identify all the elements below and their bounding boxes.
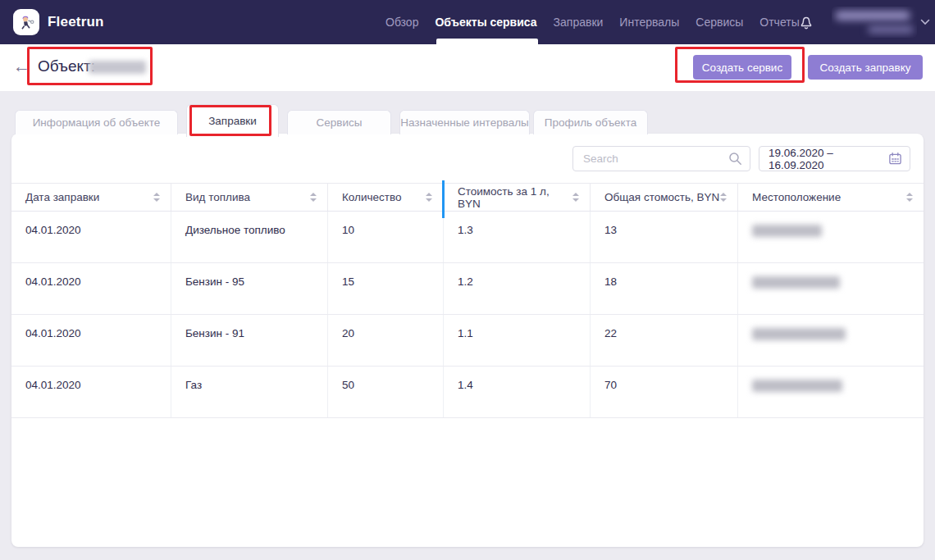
redacted-object-name — [89, 61, 146, 74]
cell-location — [738, 263, 924, 314]
sort-icon[interactable] — [572, 193, 579, 202]
object-header: ← Объект: Создать сервис Создать заправк… — [0, 44, 935, 91]
column-highlight-line — [442, 180, 445, 218]
sort-icon[interactable] — [426, 193, 432, 202]
nav-item-reports[interactable]: Отчеты — [759, 16, 799, 29]
back-arrow-icon[interactable]: ← — [13, 55, 30, 78]
nav-item-services[interactable]: Сервисы — [696, 16, 743, 29]
cell-refuel-date: 04.01.2020 — [11, 263, 171, 314]
cell-refuel-date: 04.01.2020 — [11, 367, 171, 417]
refuelings-panel: 19.06.2020 – 16.09.2020 Дата заправки Ви… — [11, 134, 924, 547]
notifications-bell-icon[interactable] — [797, 12, 815, 32]
cell-quantity: 15 — [328, 263, 444, 314]
cell-total-cost: 22 — [591, 315, 738, 366]
column-header-quantity[interactable]: Количество — [328, 184, 444, 211]
cell-fuel-type: Дизельное топливо — [171, 212, 328, 262]
refuelings-table: Дата заправки Вид топлива Количество Сто… — [11, 183, 924, 418]
cell-quantity: 20 — [328, 315, 444, 366]
sort-icon[interactable] — [310, 193, 317, 202]
redacted-user-name — [835, 11, 910, 20]
fleetrun-logo[interactable] — [13, 9, 39, 35]
cell-quantity: 10 — [328, 212, 444, 262]
sort-icon[interactable] — [720, 193, 727, 202]
tab-assigned-intervals[interactable]: Назначенные интервалы — [399, 110, 530, 134]
search-input[interactable] — [583, 153, 728, 165]
search-field[interactable] — [572, 146, 750, 171]
cell-cost-per-liter: 1.2 — [444, 263, 591, 314]
cell-refuel-date: 04.01.2020 — [11, 212, 171, 262]
date-range-value: 19.06.2020 – 16.09.2020 — [769, 147, 888, 171]
table-header-row: Дата заправки Вид топлива Количество Сто… — [11, 183, 924, 212]
nav-item-refuelings[interactable]: Заправки — [554, 16, 604, 29]
column-header-location[interactable]: Местоположение — [738, 184, 924, 211]
cell-location — [738, 212, 924, 262]
create-refueling-button[interactable]: Создать заправку — [808, 55, 923, 80]
nav-item-intervals[interactable]: Интервалы — [619, 16, 679, 29]
redacted-location — [752, 380, 842, 392]
redacted-location — [752, 225, 822, 237]
active-nav-indicator — [436, 39, 538, 44]
calendar-icon — [888, 152, 902, 166]
table-row[interactable]: 04.01.2020 Дизельное топливо 10 1.3 13 — [11, 212, 924, 263]
nav-item-overview[interactable]: Обзор — [385, 16, 418, 29]
table-row[interactable]: 04.01.2020 Бензин - 91 20 1.1 22 — [11, 315, 924, 367]
redacted-user-detail — [868, 25, 914, 34]
cell-fuel-type: Газ — [171, 367, 328, 417]
cell-fuel-type: Бензин - 91 — [171, 315, 328, 366]
page-title: Объект: — [38, 57, 95, 75]
cell-fuel-type: Бензин - 95 — [171, 263, 328, 314]
nav-item-service-objects[interactable]: Объекты сервиса — [435, 16, 536, 29]
create-service-button[interactable]: Создать сервис — [693, 55, 791, 80]
cell-quantity: 50 — [328, 367, 444, 417]
cell-cost-per-liter: 1.1 — [444, 315, 591, 366]
column-header-refuel-date[interactable]: Дата заправки — [11, 184, 171, 211]
column-header-total-cost[interactable]: Общая стомость, BYN — [591, 184, 738, 211]
tab-object-profile[interactable]: Профиль объекта — [533, 110, 648, 134]
date-range-picker[interactable]: 19.06.2020 – 16.09.2020 — [759, 146, 910, 171]
user-account-menu[interactable] — [832, 7, 917, 38]
sort-icon[interactable] — [906, 193, 913, 202]
main-navigation: Обзор Объекты сервиса Заправки Интервалы… — [385, 0, 800, 44]
top-navbar: Fleetrun Обзор Объекты сервиса Заправки … — [0, 0, 935, 44]
cell-cost-per-liter: 1.3 — [444, 212, 591, 262]
fleetrun-mascot-icon — [16, 12, 36, 32]
brand-name: Fleetrun — [48, 14, 104, 30]
cell-refuel-date: 04.01.2020 — [11, 315, 171, 366]
chevron-down-icon[interactable] — [920, 19, 930, 25]
cell-total-cost: 70 — [591, 367, 738, 417]
cell-location — [738, 315, 924, 366]
tab-refuelings[interactable]: Заправки — [186, 104, 279, 137]
column-header-fuel-type[interactable]: Вид топлива — [171, 184, 328, 211]
search-icon — [728, 152, 742, 166]
redacted-location — [752, 328, 846, 340]
cell-total-cost: 18 — [591, 263, 738, 314]
column-header-cost-per-liter[interactable]: Стоимость за 1 л, BYN — [444, 184, 591, 211]
cell-cost-per-liter: 1.4 — [444, 367, 591, 417]
cell-total-cost: 13 — [591, 212, 738, 262]
table-row[interactable]: 04.01.2020 Бензин - 95 15 1.2 18 — [11, 263, 924, 315]
cell-location — [738, 367, 924, 417]
redacted-location — [752, 276, 840, 289]
sort-icon[interactable] — [153, 193, 160, 202]
tab-services[interactable]: Сервисы — [287, 110, 391, 134]
tab-object-info[interactable]: Информация об объекте — [15, 110, 178, 134]
table-row[interactable]: 04.01.2020 Газ 50 1.4 70 — [11, 367, 924, 418]
